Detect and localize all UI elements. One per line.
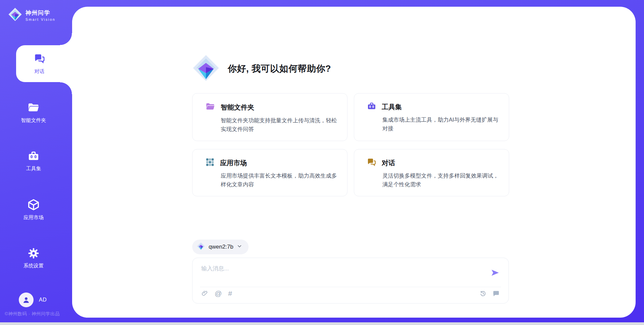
brand-name: 神州问学 xyxy=(25,9,55,17)
chat-icon xyxy=(39,53,50,66)
copyright-text: ©神州数码 · 神州问学出品 xyxy=(5,311,60,317)
composer-divider xyxy=(200,287,501,287)
attachment-icon[interactable] xyxy=(201,290,208,297)
toolbox-icon xyxy=(367,102,376,112)
card-title: 工具集 xyxy=(382,103,402,112)
brand-diamond-icon xyxy=(8,7,22,23)
sidebar-item-label: 系统设置 xyxy=(23,263,44,269)
toolbox-icon xyxy=(28,150,40,162)
conversations-icon[interactable] xyxy=(492,290,500,297)
sidebar-item-app-market[interactable]: 应用市场 xyxy=(0,191,67,228)
sidebar: 神州问学 Smart Vision 对话 智能文件夹 xyxy=(0,0,72,322)
sidebar-item-settings[interactable]: 系统设置 xyxy=(0,240,67,276)
sidebar-item-chat[interactable]: 对话 xyxy=(16,45,72,82)
gear-icon xyxy=(28,247,40,259)
model-name: qwen2:7b xyxy=(209,244,233,250)
card-toolset[interactable]: 工具集 集成市场上主流工具，助力AI与外界无缝扩展与对接 xyxy=(354,93,509,141)
app-diamond-icon xyxy=(192,54,220,83)
mention-icon[interactable]: @ xyxy=(215,290,222,297)
sidebar-item-label: 应用市场 xyxy=(23,214,44,221)
card-description: 应用市场提供丰富长文本模板，助力高效生成多样化文章内容 xyxy=(221,172,338,189)
chevron-down-icon xyxy=(237,244,242,250)
card-title: 智能文件夹 xyxy=(221,103,254,112)
composer-tools: @ # xyxy=(201,290,232,297)
sidebar-item-toolset[interactable]: 工具集 xyxy=(0,142,67,179)
composer-actions xyxy=(479,290,500,297)
brand-logo: 神州问学 Smart Vision xyxy=(8,7,55,23)
topic-icon[interactable]: # xyxy=(228,290,232,297)
brand-subtitle: Smart Vision xyxy=(25,17,55,21)
card-description: 灵活切换多模型文件，支持多样回复效果调试，满足个性化需求 xyxy=(382,172,499,189)
horizontal-scrollbar[interactable] xyxy=(0,322,644,325)
sidebar-item-label: 工具集 xyxy=(26,166,41,172)
folder-icon xyxy=(205,102,215,113)
card-app-market[interactable]: 应用市场 应用市场提供丰富长文本模板，助力高效生成多样化文章内容 xyxy=(192,149,347,196)
user-account[interactable]: AD xyxy=(19,292,47,307)
card-description: 集成市场上主流工具，助力AI与外界无缝扩展与对接 xyxy=(382,116,499,133)
card-description: 智能文件夹功能支持批量文件上传与清洗，轻松实现文件问答 xyxy=(221,116,338,133)
main-panel: 你好, 我可以如何帮助你? 智能文件夹 智能文件夹功能支持批量文件上传与清洗，轻… xyxy=(72,7,636,318)
hero: 你好, 我可以如何帮助你? xyxy=(192,54,331,83)
history-icon[interactable] xyxy=(479,290,487,297)
send-icon[interactable] xyxy=(490,268,500,277)
sidebar-item-label: 智能文件夹 xyxy=(21,117,46,124)
user-name: AD xyxy=(39,297,47,303)
message-composer: @ # xyxy=(192,258,509,304)
app-grid-icon xyxy=(205,157,215,168)
card-smart-folder[interactable]: 智能文件夹 智能文件夹功能支持批量文件上传与清洗，轻松实现文件问答 xyxy=(192,93,347,141)
feature-cards: 智能文件夹 智能文件夹功能支持批量文件上传与清洗，轻松实现文件问答 工具集 集成… xyxy=(192,93,509,196)
sidebar-item-smart-folder[interactable]: 智能文件夹 xyxy=(0,94,67,131)
card-title: 应用市场 xyxy=(220,158,247,168)
message-input[interactable] xyxy=(201,265,480,285)
card-title: 对话 xyxy=(382,158,395,168)
model-diamond-icon xyxy=(197,242,205,252)
folder-icon xyxy=(27,101,40,114)
cube-icon xyxy=(27,198,40,211)
card-chat[interactable]: 对话 灵活切换多模型文件，支持多样回复效果调试，满足个性化需求 xyxy=(354,149,509,196)
model-selector[interactable]: qwen2:7b xyxy=(192,240,249,254)
sidebar-item-label: 对话 xyxy=(35,68,45,75)
chat-icon xyxy=(367,157,376,168)
avatar xyxy=(19,292,34,307)
greeting-text: 你好, 我可以如何帮助你? xyxy=(228,63,331,75)
